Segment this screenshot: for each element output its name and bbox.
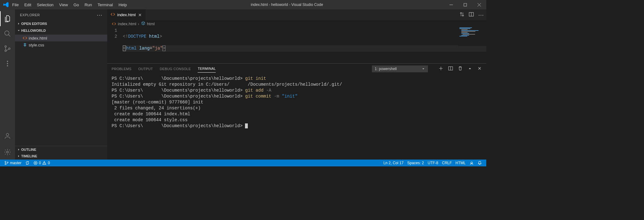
- tab-bar: index.html ⋯: [107, 9, 486, 20]
- gutter: 1 2: [107, 27, 123, 63]
- html-file-icon: [112, 22, 116, 26]
- status-bar: master 0 0 Ln 2, Col 17 Spaces: 2 UTF-8 …: [0, 160, 486, 166]
- status-eol[interactable]: CRLF: [440, 160, 454, 166]
- outline-section[interactable]: OUTLINE: [15, 146, 107, 153]
- compare-changes-icon[interactable]: [459, 12, 464, 18]
- title-bar: File Edit Selection View Go Run Terminal…: [0, 0, 486, 9]
- status-sync[interactable]: [23, 160, 31, 166]
- status-indent[interactable]: Spaces: 2: [406, 160, 426, 166]
- svg-point-8: [6, 133, 9, 136]
- panel: PROBLEMS OUTPUT DEBUG CONSOLE TERMINAL 1…: [107, 63, 486, 160]
- activity-accounts[interactable]: [0, 128, 15, 143]
- maximize-button[interactable]: [458, 0, 472, 9]
- html-file-icon: [110, 12, 115, 18]
- close-panel-icon[interactable]: [477, 66, 482, 72]
- svg-point-7: [7, 65, 8, 66]
- status-branch[interactable]: master: [2, 160, 23, 166]
- file-item-index-html[interactable]: index.html: [15, 35, 107, 41]
- menu-go[interactable]: Go: [71, 0, 82, 9]
- svg-point-2: [5, 46, 7, 47]
- activity-bar: [0, 9, 15, 160]
- chevron-right-icon: ›: [138, 22, 139, 26]
- svg-point-1: [5, 31, 9, 35]
- menu-terminal[interactable]: Terminal: [95, 0, 116, 9]
- timeline-section[interactable]: TIMELINE: [15, 153, 107, 160]
- menu-selection[interactable]: Selection: [34, 0, 56, 9]
- status-encoding[interactable]: UTF-8: [426, 160, 440, 166]
- chevron-right-icon: [16, 148, 21, 151]
- file-item-style-css[interactable]: style.css: [15, 41, 107, 48]
- menu-help[interactable]: Help: [116, 0, 130, 9]
- status-position[interactable]: Ln 2, Col 17: [382, 160, 406, 166]
- maximize-panel-icon[interactable]: [468, 66, 472, 72]
- panel-tab-output[interactable]: OUTPUT: [138, 65, 153, 73]
- terminal[interactable]: PS C:\Users\ \Documents\projects\hellowo…: [107, 74, 486, 160]
- open-editors-section[interactable]: OPEN EDITORS: [15, 20, 107, 27]
- svg-point-16: [471, 162, 472, 164]
- status-problems[interactable]: 0 0: [31, 160, 52, 166]
- kill-terminal-icon[interactable]: [458, 66, 463, 72]
- tab-close-icon[interactable]: [137, 13, 142, 17]
- svg-point-9: [7, 151, 8, 153]
- minimap[interactable]: [458, 27, 486, 46]
- code-editor[interactable]: 1 2 <!DOCTYPE html> <html lang="ja">: [107, 27, 486, 63]
- close-button[interactable]: [472, 0, 486, 9]
- status-feedback-icon[interactable]: [468, 160, 476, 166]
- sidebar-more-icon[interactable]: ⋯: [97, 12, 103, 18]
- svg-point-14: [7, 162, 8, 163]
- chevron-down-icon: [16, 29, 21, 32]
- html-file-icon: [22, 36, 29, 41]
- vscode-logo-icon: [2, 1, 9, 8]
- svg-point-12: [5, 161, 6, 163]
- new-terminal-icon[interactable]: [439, 66, 443, 72]
- symbol-icon: [141, 21, 146, 26]
- sidebar-title: EXPLORER: [20, 13, 97, 17]
- menu-run[interactable]: Run: [82, 0, 95, 9]
- svg-point-13: [5, 164, 6, 165]
- activity-explorer[interactable]: [0, 11, 15, 26]
- editor-group: index.html ⋯ index.html › html: [107, 9, 486, 160]
- status-language[interactable]: HTML: [454, 160, 468, 166]
- breadcrumb[interactable]: index.html › html: [107, 20, 486, 27]
- svg-point-6: [7, 61, 8, 62]
- panel-tab-terminal[interactable]: TERMINAL: [198, 65, 216, 73]
- minimize-button[interactable]: [444, 0, 458, 9]
- svg-rect-0: [464, 3, 467, 6]
- folder-section[interactable]: HELLOWORLD: [15, 27, 107, 34]
- panel-tab-problems[interactable]: PROBLEMS: [112, 65, 132, 73]
- chevron-right-icon: [16, 22, 21, 26]
- activity-run-debug[interactable]: [0, 56, 15, 71]
- chevron-right-icon: [16, 154, 21, 158]
- activity-settings[interactable]: [0, 145, 15, 160]
- menu-file[interactable]: File: [9, 0, 22, 9]
- activity-search[interactable]: [0, 26, 15, 41]
- tab-index-html[interactable]: index.html: [107, 9, 146, 20]
- menu-edit[interactable]: Edit: [22, 0, 34, 9]
- css-file-icon: [22, 42, 29, 47]
- split-editor-icon[interactable]: [469, 12, 474, 18]
- split-terminal-icon[interactable]: [448, 66, 453, 72]
- more-actions-icon[interactable]: ⋯: [478, 12, 484, 18]
- svg-point-5: [7, 63, 8, 64]
- activity-source-control[interactable]: [0, 41, 15, 56]
- menu-bar: File Edit Selection View Go Run Terminal…: [9, 0, 130, 9]
- status-notifications-icon[interactable]: [476, 160, 484, 166]
- window-title: index.html - helloworld - Visual Studio …: [251, 2, 323, 7]
- menu-view[interactable]: View: [56, 0, 71, 9]
- svg-point-3: [5, 50, 7, 52]
- sidebar: EXPLORER ⋯ OPEN EDITORS HELLOWORLD index…: [15, 9, 107, 160]
- panel-tab-debug-console[interactable]: DEBUG CONSOLE: [160, 65, 191, 73]
- terminal-selector[interactable]: 1: powershell: [372, 65, 428, 72]
